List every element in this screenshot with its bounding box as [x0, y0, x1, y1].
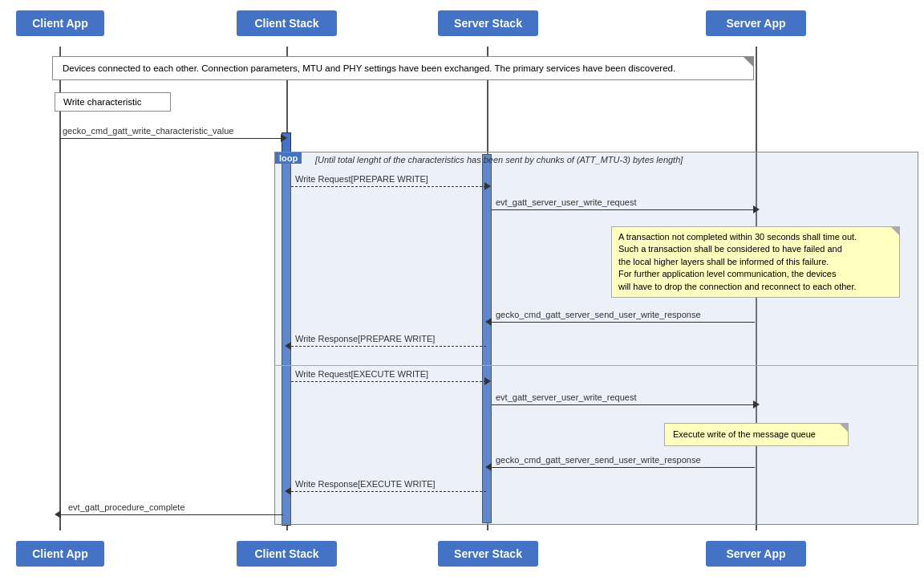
label-execute-write-resp: Write Response[EXECUTE WRITE]: [295, 479, 436, 489]
arrow-execute-write-resp-head: [285, 487, 291, 495]
arrow-execute-write-req: [291, 381, 486, 382]
arrow-procedure-complete: [61, 514, 283, 515]
label-execute-write-req: Write Request[EXECUTE WRITE]: [295, 369, 428, 379]
label-write-char-value: gecko_cmd_gatt_write_characteristic_valu…: [63, 126, 233, 136]
arrow-send-write-resp-2: [492, 467, 755, 468]
client-app-top: Client App: [16, 10, 104, 36]
arrow-evt-write-req-2-head: [753, 400, 760, 408]
initial-note: Devices connected to each other. Connect…: [52, 56, 754, 80]
label-evt-write-req-2: evt_gatt_server_user_write_request: [496, 392, 636, 402]
client-app-bottom: Client App: [16, 541, 104, 567]
arrow-write-char-value-head: [281, 134, 287, 142]
arrow-prepare-write-resp-head: [285, 342, 291, 350]
server-app-bottom: Server App: [706, 541, 806, 567]
arrow-evt-write-req-1-head: [753, 205, 760, 213]
arrow-prepare-write-req-head: [484, 182, 491, 190]
label-send-write-resp-2: gecko_cmd_gatt_server_send_user_write_re…: [496, 455, 701, 465]
sequence-diagram: Client App Client Stack Server Stack Ser…: [0, 0, 924, 577]
arrow-prepare-write-resp: [291, 346, 486, 347]
label-send-write-resp-1: gecko_cmd_gatt_server_send_user_write_re…: [496, 310, 701, 319]
arrow-send-write-resp-1: [492, 322, 755, 323]
client-stack-top: Client Stack: [237, 10, 337, 36]
loop-divider: [274, 365, 918, 366]
server-stack-top: Server Stack: [438, 10, 538, 36]
label-evt-write-req-1: evt_gatt_server_user_write_request: [496, 197, 636, 207]
client-stack-bottom: Client Stack: [237, 541, 337, 567]
arrow-prepare-write-req: [291, 186, 486, 187]
server-stack-bottom: Server Stack: [438, 541, 538, 567]
arrow-evt-write-req-2: [492, 404, 755, 405]
arrow-procedure-complete-head: [55, 510, 61, 518]
write-char-note: Write characteristic: [55, 92, 171, 112]
server-app-top: Server App: [706, 10, 806, 36]
loop-label: loop: [275, 152, 302, 164]
arrow-execute-write-req-head: [484, 377, 491, 385]
execute-write-note: Execute write of the message queue: [664, 423, 849, 446]
label-procedure-complete: evt_gatt_procedure_complete: [68, 502, 185, 512]
arrow-send-write-resp-2-head: [485, 463, 492, 471]
label-prepare-write-req: Write Request[PREPARE WRITE]: [295, 174, 428, 184]
arrow-evt-write-req-1: [492, 209, 755, 210]
lifeline-client-app: [59, 47, 61, 530]
arrow-write-char-value: [60, 138, 282, 139]
label-prepare-write-resp: Write Response[PREPARE WRITE]: [295, 334, 435, 343]
arrow-execute-write-resp: [291, 491, 486, 492]
loop-condition: [Until total lenght of the characteristi…: [315, 155, 914, 165]
arrow-send-write-resp-1-head: [485, 318, 492, 326]
timeout-note: A transaction not completed within 30 se…: [611, 226, 900, 298]
